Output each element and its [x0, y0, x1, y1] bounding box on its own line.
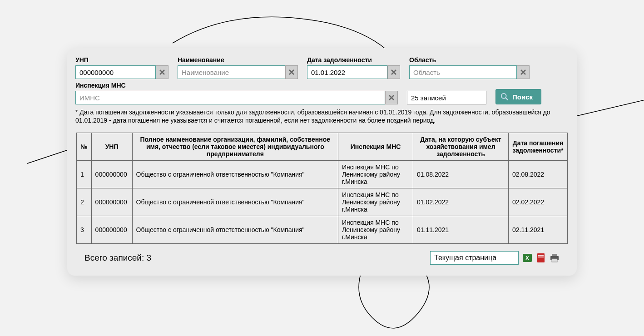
export-pdf-button[interactable]: [536, 253, 546, 263]
filter-region: Область: [409, 56, 530, 79]
cell-n: 3: [77, 216, 92, 244]
close-icon: [159, 69, 165, 75]
export-controls: X: [430, 251, 560, 265]
svg-rect-6: [538, 257, 544, 257]
unp-input[interactable]: [75, 65, 156, 79]
debt-date-clear-button[interactable]: [387, 65, 400, 79]
filter-unp: УНП: [75, 56, 168, 79]
records-per-page-input[interactable]: [407, 91, 486, 104]
name-label: Наименование: [178, 56, 298, 64]
cell-date2: 02.08.2022: [509, 161, 568, 188]
cell-date1: 01.11.2021: [413, 216, 509, 244]
results-table-wrap: № УНП Полное наименование организации, ф…: [75, 133, 569, 244]
search-icon: [500, 93, 509, 101]
cell-full: Общество с ограниченной ответственностью…: [132, 216, 338, 244]
excel-icon: X: [522, 253, 532, 263]
debt-date-label: Дата задолженности: [307, 56, 400, 64]
svg-point-0: [501, 94, 506, 99]
name-input[interactable]: [178, 65, 285, 79]
cell-full: Общество с ограниченной ответственностью…: [132, 161, 338, 188]
total-records: Всего записей: 3: [84, 253, 151, 263]
search-button-label: Поиск: [512, 93, 533, 101]
search-button[interactable]: Поиск: [495, 89, 541, 104]
region-clear-button[interactable]: [517, 65, 530, 79]
cell-date1: 01.02.2022: [413, 188, 509, 216]
print-button[interactable]: [550, 253, 560, 263]
print-icon: [550, 253, 560, 263]
imns-clear-button[interactable]: [385, 91, 398, 104]
cell-insp: Инспекция МНС по Ленинскому району г.Мин…: [338, 216, 413, 244]
region-input[interactable]: [409, 65, 517, 79]
cell-date1: 01.08.2022: [413, 161, 509, 188]
filter-debt-date: Дата задолженности: [307, 56, 400, 79]
close-icon: [391, 69, 397, 75]
table-row: 2000000000Общество с ограниченной ответс…: [77, 188, 568, 216]
th-fullname: Полное наименование организации, фамилий…: [132, 133, 338, 161]
svg-rect-9: [552, 259, 557, 262]
svg-rect-5: [538, 255, 544, 256]
unp-clear-button[interactable]: [156, 65, 168, 79]
cell-unp: 000000000: [91, 188, 132, 216]
th-inspection: Инспекция МНС: [338, 133, 413, 161]
cell-unp: 000000000: [91, 161, 132, 188]
close-icon: [520, 69, 526, 75]
region-label: Область: [409, 56, 530, 64]
cell-n: 1: [77, 161, 92, 188]
table-row: 3000000000Общество с ограниченной ответс…: [77, 216, 568, 244]
cell-date2: 02.02.2022: [509, 188, 568, 216]
th-repay-date: Дата погашения задолженности*: [509, 133, 568, 161]
cell-full: Общество с ограниченной ответственностью…: [132, 188, 338, 216]
close-icon: [288, 69, 295, 75]
name-clear-button[interactable]: [285, 65, 298, 79]
close-icon: [388, 94, 395, 101]
cell-insp: Инспекция МНС по Ленинскому району г.Мин…: [338, 161, 413, 188]
page-scope-select[interactable]: [430, 251, 519, 265]
pdf-icon: [536, 253, 546, 263]
results-table: № УНП Полное наименование организации, ф…: [76, 133, 568, 244]
cell-unp: 000000000: [91, 216, 132, 244]
cell-n: 2: [77, 188, 92, 216]
filter-name: Наименование: [178, 56, 298, 79]
search-panel: УНП Наименование Дата задолженности: [67, 48, 577, 276]
table-row: 1000000000Общество с ограниченной ответс…: [77, 161, 568, 188]
svg-line-1: [506, 98, 508, 100]
unp-label: УНП: [75, 56, 168, 64]
cell-insp: Инспекция МНС по Ленинскому району г.Мин…: [338, 188, 413, 216]
cell-date2: 02.11.2021: [509, 216, 568, 244]
imns-label: Инспекция МНС: [75, 82, 398, 89]
imns-input[interactable]: [75, 91, 385, 104]
svg-text:X: X: [525, 255, 529, 261]
debt-date-input[interactable]: [307, 65, 387, 79]
disclaimer-note: * Дата погашения задолженности указывает…: [75, 108, 569, 124]
filter-imns: Инспекция МНС: [75, 82, 398, 104]
svg-rect-7: [552, 254, 557, 256]
export-excel-button[interactable]: X: [522, 253, 532, 263]
th-number: №: [77, 133, 92, 161]
th-unp: УНП: [91, 133, 132, 161]
th-debt-date: Дата, на которую субъект хозяйствования …: [413, 133, 509, 161]
